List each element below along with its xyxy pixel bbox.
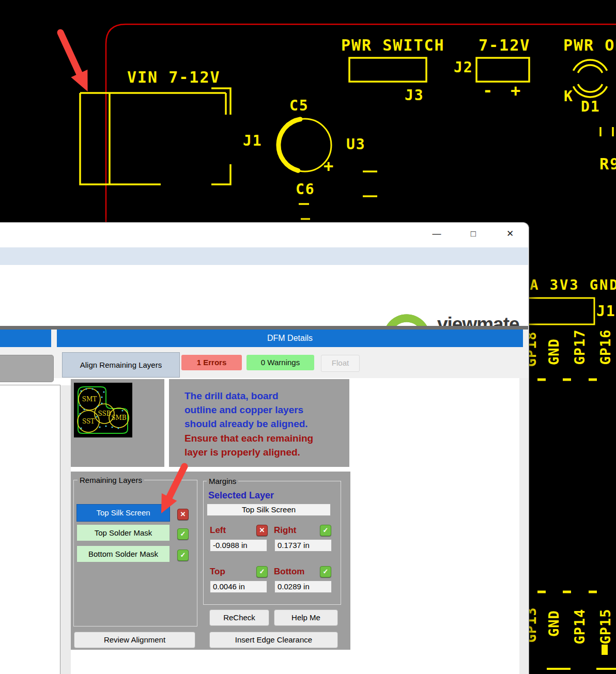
margin-bottom-label: Bottom xyxy=(274,567,304,577)
silk-label-c6: C6 xyxy=(296,181,315,198)
top-solder-ok-icon[interactable]: ✓ xyxy=(177,528,189,540)
silk-label-c5: C5 xyxy=(289,97,309,114)
insert-edge-clearance-button[interactable]: Insert Edge Clearance xyxy=(209,632,338,648)
left-list-panel[interactable] xyxy=(0,385,60,674)
preview-label-sst: SST xyxy=(82,418,95,425)
screen: VIN 7-12V J1 C5 C6 U3 PWR SWITCH J3 J2 7… xyxy=(0,0,616,674)
header-row: DFM Details xyxy=(0,330,528,347)
connector-j1-outline xyxy=(80,88,230,184)
alignment-preview-image: SMT SST SSB SMB xyxy=(74,383,132,437)
silk-label-j11: J11 xyxy=(596,303,616,320)
silk-label-k: K xyxy=(564,88,574,105)
maximize-button[interactable]: □ xyxy=(461,223,485,245)
u3-pads xyxy=(363,171,377,196)
silk-label-gp14: GP14 xyxy=(573,603,587,650)
silk-label-plus: + xyxy=(511,81,521,100)
connector-j3-outline xyxy=(349,58,426,82)
left-panel-gap xyxy=(60,385,71,674)
top-silk-error-icon[interactable]: ✕ xyxy=(177,509,189,520)
margin-left-label: Left xyxy=(210,525,226,536)
margin-top-value[interactable]: 0.0046 in xyxy=(210,581,267,593)
connector-j11-outline xyxy=(527,298,594,324)
selected-layer-label: Selected Layer xyxy=(208,490,274,501)
silk-label-gp15: GP15 xyxy=(598,603,613,650)
silk-label-r9: R9 xyxy=(599,155,616,173)
margins-title: Margins xyxy=(207,477,238,485)
review-alignment-button[interactable]: Review Alignment xyxy=(74,632,195,648)
preview-label-smb: SMB xyxy=(111,414,127,421)
layer-button-top-solder-mask[interactable]: Top Solder Mask xyxy=(76,524,170,541)
layer-button-bottom-solder-mask[interactable]: Bottom Solder Mask xyxy=(76,545,170,562)
instruction-text-blue: The drill data, boardoutline and copper … xyxy=(184,389,308,431)
silk-label-j1: J1 xyxy=(243,132,263,149)
viewmate-dialog: — □ ✕ vm viewmate deluxe with Smart DFM … xyxy=(0,222,529,674)
c6-marks xyxy=(299,204,310,219)
selected-layer-value: Top Silk Screen xyxy=(207,504,331,516)
title-bar[interactable]: — □ ✕ xyxy=(0,223,528,247)
margin-right-label: Right xyxy=(274,525,296,536)
margin-bottom-value[interactable]: 0.0289 in xyxy=(274,581,332,593)
silk-label-minus: - xyxy=(483,81,494,100)
silk-label-gp16: GP16 xyxy=(598,324,613,370)
menu-strip xyxy=(0,247,528,265)
divider-strip xyxy=(0,326,528,330)
bottom-solder-ok-icon[interactable]: ✓ xyxy=(177,550,189,561)
left-collapsed-button[interactable] xyxy=(0,355,54,382)
margin-right-value[interactable]: 0.1737 in xyxy=(274,539,332,552)
recheck-button[interactable]: ReCheck xyxy=(209,609,269,626)
margin-bottom-ok-icon[interactable]: ✓ xyxy=(320,566,331,577)
left-panel-header xyxy=(0,330,51,347)
silk-label-j3: J3 xyxy=(405,87,424,104)
silk-label-d1: D1 xyxy=(581,98,600,115)
silk-label-vin: VIN 7-12V xyxy=(127,68,221,86)
logo-band: vm viewmate deluxe with Smart DFM xyxy=(0,265,528,326)
margin-left-value[interactable]: -0.0988 in xyxy=(210,539,267,552)
layer-button-top-silk-screen[interactable]: Top Silk Screen xyxy=(76,504,170,522)
silk-label-pwr-on: PWR ON xyxy=(563,36,616,54)
silk-label-da-3v3-gnd: DA 3V3 GND xyxy=(520,277,616,293)
silk-label-gnd-bottom: GND xyxy=(547,600,561,647)
right-margin-column xyxy=(519,378,528,674)
silk-label-u3: U3 xyxy=(346,136,366,153)
close-button[interactable]: ✕ xyxy=(498,223,522,245)
cap-c5-polarity-arc xyxy=(279,119,300,170)
margin-left-error-icon[interactable]: ✕ xyxy=(256,525,268,536)
margin-right-ok-icon[interactable]: ✓ xyxy=(320,525,331,536)
silk-label-c5-plus: + xyxy=(324,156,334,176)
minimize-button[interactable]: — xyxy=(425,223,449,245)
margin-top-ok-icon[interactable]: ✓ xyxy=(256,566,268,577)
d1-pads xyxy=(600,127,613,136)
led-d1-outline xyxy=(573,60,607,97)
silk-label-7-12v: 7-12V xyxy=(479,36,530,54)
tab-align-remaining-layers[interactable]: Align Remaining Layers xyxy=(62,352,180,378)
errors-badge[interactable]: 1 Errors xyxy=(181,355,242,370)
remaining-layers-title: Remaining Layers xyxy=(78,476,144,484)
preview-label-ssb: SSB xyxy=(98,410,111,417)
silk-label-gp17: GP17 xyxy=(573,324,587,370)
alignment-preview-panel: SMT SST SSB SMB xyxy=(71,379,164,467)
dfm-details-title: DFM Details xyxy=(267,334,313,342)
warnings-badge[interactable]: 0 Warnings xyxy=(247,355,314,370)
silk-label-gnd-top: GND xyxy=(547,328,561,375)
preview-label-smt: SMT xyxy=(82,396,97,403)
silk-label-j2: J2 xyxy=(454,59,473,76)
instruction-text-red: Ensure that each remaininglayer is prope… xyxy=(184,431,313,459)
silk-label-pwr-switch: PWR SWITCH xyxy=(341,36,445,54)
connector-j2-outline xyxy=(476,58,529,82)
margin-top-label: Top xyxy=(210,567,225,577)
help-me-button[interactable]: Help Me xyxy=(274,609,338,626)
dfm-details-header: DFM Details xyxy=(57,330,523,347)
float-button[interactable]: Float xyxy=(321,355,360,372)
